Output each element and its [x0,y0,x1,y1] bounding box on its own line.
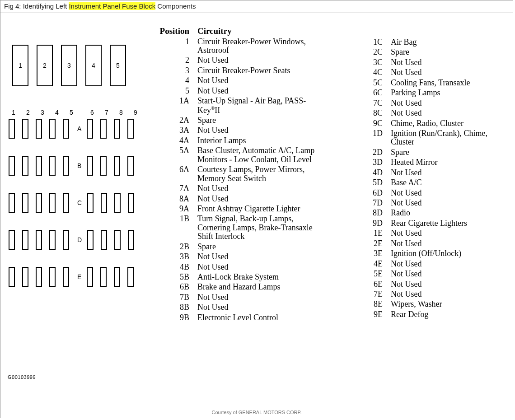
position-cell: 2A [149,116,197,125]
fuse-row: E [9,266,141,288]
circuitry-cell: Not Used [391,99,422,107]
circuitry-cell: Spare [391,48,409,56]
table-row: 4ENot Used [342,260,508,268]
table-row: 5DBase A/C [342,178,508,187]
circuitry-cell: Not Used [197,293,229,302]
fuse-diagram: 12345 123456789 ABCDE G00103999 [4,13,149,388]
position-cell: 1 [149,37,197,46]
position-cell: 1C [342,38,391,47]
table-row: 1CAir Bag [342,38,508,47]
column-number: 4 [54,109,60,116]
fuse-row: D [9,229,141,251]
table-row: 3CNot Used [342,58,508,67]
column-number: 5 [68,109,75,116]
position-cell: 3A [149,126,197,135]
table-header: Position Circuitry [149,27,324,36]
circuitry-cell: Rear Cigarette Lighters [391,219,467,228]
table-row: 8DRadio [342,209,508,217]
fuse-slot [87,230,94,250]
position-cell: 3E [342,249,391,258]
position-cell: 9B [149,313,197,322]
position-cell: 5C [342,79,391,87]
table-row: 6BBrake and Hazard Lamps [149,283,324,291]
table-row: 1AStart-Up Signal - Air Bag, PASS-Key®II [149,97,324,115]
fuse-slot [9,267,15,287]
circuitry-cell: Not Used [197,76,229,85]
fuse-slot [87,156,93,176]
table-row: 7ANot Used [149,184,324,193]
fuse-slot [114,267,120,287]
position-cell: 8B [149,303,197,312]
table-row: 2Not Used [149,56,324,65]
table-row: 1BTurn Signal, Back-up Lamps, Cornering … [149,215,324,241]
fuse-slot [9,193,15,213]
table-row: 9BElectronic Level Control [149,313,324,322]
circuitry-cell: Wipers, Washer [391,300,442,308]
fuse-slot [63,119,69,139]
position-cell: 6C [342,89,391,97]
fuse-slot [9,156,15,176]
position-cell: 8A [149,195,197,203]
page: Fig 4: Identifying Left Instrument Panel… [0,0,513,418]
table-row: 7BNot Used [149,293,324,302]
circuitry-cell: Start-Up Signal - Air Bag, PASS-Key®II [197,97,324,115]
fuse-slot [127,119,134,139]
table-row: 1Circuit Breaker-Power Windows, Astroroo… [149,37,324,55]
circuitry-cell: Cooling Fans, Transaxle [391,79,470,87]
table-row: 7CNot Used [342,99,508,107]
circuitry-cell: Not Used [197,303,229,312]
circuitry-cell: Base Cluster, Automatic A/C, Lamp Monito… [197,146,324,164]
fuse-slot [22,119,28,139]
position-cell: 4C [342,68,391,77]
header-position: Position [149,27,197,36]
fuse-slot [22,156,28,176]
table-row: 6ACourtesy Lamps, Power Mirrors, Memory … [149,165,324,183]
circuitry-cell: Heated Mirror [391,158,437,167]
position-cell: 4E [342,260,391,268]
table-row: 7DNot Used [342,199,508,207]
position-cell: 7D [342,199,391,207]
circuitry-cell: Air Bag [391,38,417,47]
fuse-slot [87,193,94,213]
fuse-slot [63,267,69,287]
fuse-slot [114,156,120,176]
circuitry-cell: Parking Lamps [391,89,440,97]
row-label: B [77,162,81,169]
circuitry-cell: Base A/C [391,178,422,187]
fuse-slot [114,119,120,139]
table-row: 6CParking Lamps [342,89,508,97]
circuitry-cell: Courtesy Lamps, Power Mirrors, Memory Se… [197,165,324,183]
position-cell: 6A [149,165,197,174]
circuitry-table: Position Circuitry 1Circuit Breaker-Powe… [149,13,509,388]
fuse-slot [101,193,107,213]
row-label: E [77,273,81,280]
circuitry-cell: Not Used [391,229,422,238]
fuse-slot [101,230,107,250]
breaker-slot: 5 [110,45,126,86]
circuitry-cell: Electronic Level Control [197,313,278,322]
fuse-slot [49,267,56,287]
column-number: 3 [39,109,46,116]
position-cell: 7E [342,290,391,299]
fuse-slot [128,230,134,250]
position-cell: 4 [149,76,197,85]
position-cell: 8D [342,209,391,217]
circuitry-cell: Spare [391,148,409,157]
position-cell: 9A [149,205,197,213]
circuitry-cell: Chime, Radio, Cluster [391,119,464,128]
fuse-slot [22,193,28,213]
column-number: 2 [25,109,31,116]
fuse-slot [63,230,69,250]
column-number: 6 [89,109,95,116]
circuitry-cell: Interior Lamps [197,136,246,145]
circuitry-cell: Not Used [391,260,422,268]
position-cell: 1D [342,129,391,138]
fuse-slot [36,193,42,213]
table-row: 2ENot Used [342,239,508,248]
position-cell: 6B [149,283,197,291]
position-cell: 7A [149,184,197,193]
circuitry-cell: Not Used [197,184,229,193]
table-row: 3ANot Used [149,126,324,135]
circuitry-cell: Front Ashtray Cigarette Lighter [197,205,300,213]
position-cell: 5B [149,273,197,281]
